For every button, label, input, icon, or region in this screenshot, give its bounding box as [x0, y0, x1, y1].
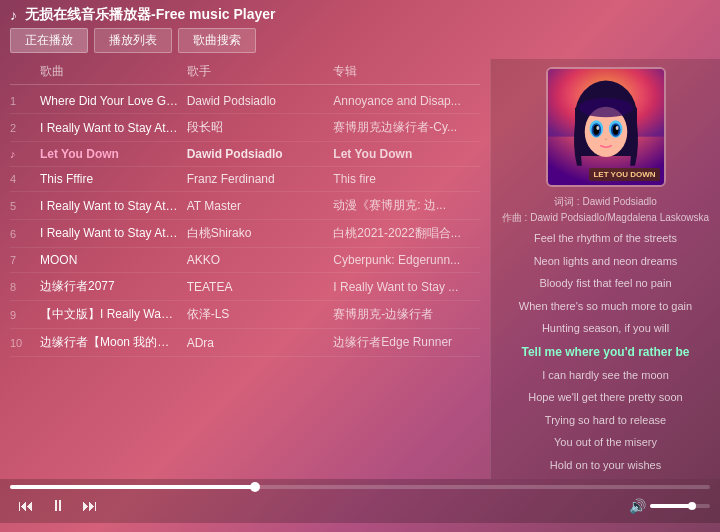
prev-button[interactable]: ⏮ — [10, 495, 42, 517]
col-artist: 歌手 — [187, 63, 334, 80]
lyrics-meta-1: 词词 : Dawid Podsiadlo — [499, 195, 712, 209]
nav-btn-playlist[interactable]: 播放列表 — [94, 28, 172, 53]
progress-row — [10, 485, 710, 489]
svg-point-12 — [615, 126, 618, 130]
song-list[interactable]: 歌曲 歌手 专辑 1 Where Did Your Love Go? Dawid… — [0, 59, 490, 479]
row-artist: 白桃Shirako — [187, 225, 334, 242]
table-row[interactable]: 5 I Really Want to Stay At Your House (R… — [10, 192, 480, 220]
main-content: 歌曲 歌手 专辑 1 Where Did Your Love Go? Dawid… — [0, 59, 720, 479]
volume-fill — [650, 504, 692, 508]
row-title: I Really Want to Stay At Your House (Rem… — [40, 199, 187, 213]
volume-button[interactable]: 🔊 — [629, 498, 646, 514]
lyric-line: Hold on to your wishes — [499, 454, 712, 477]
music-icon: ♪ — [10, 7, 17, 23]
lyric-line: If you can't hold on to me — [499, 476, 712, 479]
row-album: Let You Down — [333, 147, 480, 161]
row-num: 1 — [10, 95, 40, 107]
controls-row: ⏮ ⏸ ⏭ 🔊 — [10, 495, 710, 517]
table-row[interactable]: 8 边缘行者2077 TEATEA I Really Want to Stay … — [10, 273, 480, 301]
row-album: Annoyance and Disap... — [333, 94, 480, 108]
row-num: ♪ — [10, 148, 40, 160]
row-title: MOON — [40, 253, 187, 267]
volume-dot — [688, 502, 696, 510]
table-row[interactable]: 4 This Fffire Franz Ferdinand This fire — [10, 167, 480, 192]
song-rows-container: 1 Where Did Your Love Go? Dawid Podsiadl… — [10, 89, 480, 357]
lyric-line: Hope we'll get there pretty soon — [499, 386, 712, 409]
svg-point-11 — [596, 126, 599, 130]
col-title: 歌曲 — [40, 63, 187, 80]
col-num — [10, 63, 40, 80]
lyrics-meta-2: 作曲 : Dawid Podsiadlo/Magdalena Laskowska — [499, 211, 712, 225]
row-artist: AT Master — [187, 199, 334, 213]
player-controls: ⏮ ⏸ ⏭ 🔊 — [0, 479, 720, 523]
nav-btn-playing[interactable]: 正在播放 — [10, 28, 88, 53]
row-num: 4 — [10, 173, 40, 185]
row-artist: 段长昭 — [187, 119, 334, 136]
lyric-line: Bloody fist that feel no pain — [499, 272, 712, 295]
row-title: Let You Down — [40, 147, 187, 161]
lyric-line: Neon lights and neon dreams — [499, 250, 712, 273]
lyric-line: When there's so much more to gain — [499, 295, 712, 318]
lyric-line: Feel the rhythm of the streets — [499, 227, 712, 250]
volume-area: 🔊 — [629, 498, 710, 514]
row-artist: Franz Ferdinand — [187, 172, 334, 186]
lyrics-area: 词词 : Dawid Podsiadlo 作曲 : Dawid Podsiadl… — [499, 195, 712, 479]
row-num: 2 — [10, 122, 40, 134]
svg-point-13 — [578, 98, 632, 117]
row-num: 8 — [10, 281, 40, 293]
row-title: 【中文版】I Really Want to Stay At Your House… — [40, 306, 187, 323]
progress-fill — [10, 485, 255, 489]
lyric-line: Hunting season, if you will — [499, 317, 712, 340]
row-album: This fire — [333, 172, 480, 186]
table-row[interactable]: 2 I Really Want to Stay At Your House 段长… — [10, 114, 480, 142]
row-album: 边缘行者Edge Runner — [333, 334, 480, 351]
album-label: LET YOU DOWN — [589, 168, 659, 181]
volume-bar[interactable] — [650, 504, 710, 508]
lyric-line: Tell me where you'd rather be — [499, 340, 712, 364]
lyrics-lines: Feel the rhythm of the streetsNeon light… — [499, 227, 712, 479]
nav-btn-search[interactable]: 歌曲搜索 — [178, 28, 256, 53]
table-row[interactable]: 9 【中文版】I Really Want to Stay At Your Hou… — [10, 301, 480, 329]
row-artist: 依泽-LS — [187, 306, 334, 323]
row-title: 边缘行者【Moon 我的月亮不会恋伤】prod by Itha... — [40, 334, 187, 351]
table-row[interactable]: 6 I Really Want to Stay At Your House【赛博… — [10, 220, 480, 248]
row-title: 边缘行者2077 — [40, 278, 187, 295]
row-album: I Really Want to Stay ... — [333, 280, 480, 294]
next-button[interactable]: ⏭ — [74, 495, 106, 517]
app-title: 无损在线音乐播放器-Free music Player — [25, 6, 276, 24]
table-row[interactable]: 7 MOON AKKO Cyberpunk: Edgerunn... — [10, 248, 480, 273]
table-row[interactable]: 1 Where Did Your Love Go? Dawid Podsiadl… — [10, 89, 480, 114]
right-panel: LET YOU DOWN 词词 : Dawid Podsiadlo 作曲 : D… — [490, 59, 720, 479]
row-num: 10 — [10, 337, 40, 349]
row-title: I Really Want to Stay At Your House【赛博朋克… — [40, 225, 187, 242]
row-num: 7 — [10, 254, 40, 266]
row-artist: TEATEA — [187, 280, 334, 294]
row-title: This Fffire — [40, 172, 187, 186]
list-header: 歌曲 歌手 专辑 — [10, 59, 480, 85]
lyric-line: You out of the misery — [499, 431, 712, 454]
row-artist: Dawid Podsiadlo — [187, 94, 334, 108]
lyric-line: I can hardly see the moon — [499, 364, 712, 387]
row-title: Where Did Your Love Go? — [40, 94, 187, 108]
progress-bar[interactable] — [10, 485, 710, 489]
row-album: Cyberpunk: Edgerunn... — [333, 253, 480, 267]
table-row[interactable]: ♪ Let You Down Dawid Podsiadlo Let You D… — [10, 142, 480, 167]
lyric-line: Trying so hard to release — [499, 409, 712, 432]
row-title: I Really Want to Stay At Your House — [40, 121, 187, 135]
row-num: 5 — [10, 200, 40, 212]
row-album: 动漫《赛博朋克: 边... — [333, 197, 480, 214]
row-num: 6 — [10, 228, 40, 240]
col-album: 专辑 — [333, 63, 480, 80]
play-pause-button[interactable]: ⏸ — [42, 495, 74, 517]
row-album: 赛博朋克边缘行者-Cy... — [333, 119, 480, 136]
title-bar: ♪ 无损在线音乐播放器-Free music Player — [0, 0, 720, 28]
row-artist: AKKO — [187, 253, 334, 267]
row-album: 赛博朋克-边缘行者 — [333, 306, 480, 323]
row-num: 9 — [10, 309, 40, 321]
progress-dot — [250, 482, 260, 492]
album-art: LET YOU DOWN — [546, 67, 666, 187]
table-row[interactable]: 10 边缘行者【Moon 我的月亮不会恋伤】prod by Itha... AD… — [10, 329, 480, 357]
row-artist: ADra — [187, 336, 334, 350]
row-album: 白桃2021-2022翻唱合... — [333, 225, 480, 242]
row-artist: Dawid Podsiadlo — [187, 147, 334, 161]
